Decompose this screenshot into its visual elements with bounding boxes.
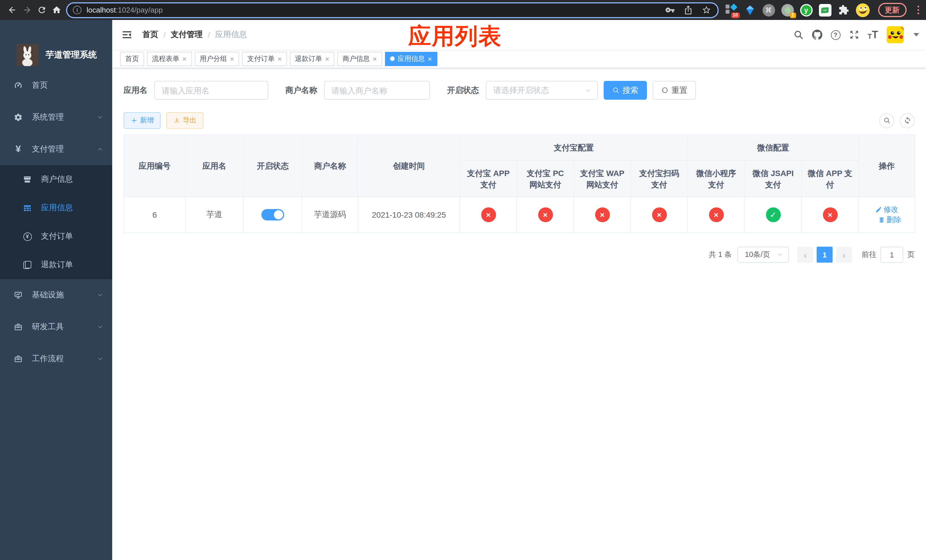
tab-app-info[interactable]: 应用信息 × (385, 51, 437, 66)
navbar: 首页 / 支付管理 / 应用信息 应用列表 ? (112, 20, 926, 50)
gear-icon (11, 113, 25, 122)
col-alipay-qr: 支付宝扫码支付 (631, 160, 688, 197)
cell-merchant-name: 芋道源码 (302, 197, 358, 233)
sidebar-item-label: 应用信息 (41, 203, 73, 213)
tab-label: 商户信息 (342, 54, 370, 64)
extension-camera-icon[interactable]: 1 (781, 3, 794, 17)
sidebar-item-label: 系统管理 (32, 112, 64, 123)
extension-yudao-icon[interactable]: y (799, 3, 813, 17)
sidebar-item-label: 基础设施 (32, 290, 64, 300)
font-size-icon[interactable]: TT (868, 30, 878, 40)
chevron-down-icon (97, 324, 104, 330)
sidebar-collapse-icon[interactable] (121, 29, 133, 41)
tab-pay-order[interactable]: 支付订单 × (242, 51, 287, 66)
merchant-name-input[interactable] (324, 81, 430, 100)
close-icon[interactable]: × (428, 55, 432, 62)
tab-user-group[interactable]: 用户分组 × (195, 51, 239, 66)
cell-alipay-app: × (460, 197, 517, 233)
edit-link-label: 修改 (884, 204, 899, 215)
sidebar-item-refund-order[interactable]: 退款订单 (0, 251, 112, 279)
hide-search-button[interactable] (879, 113, 894, 128)
yen-circle-icon: ¥ (22, 232, 33, 241)
breadcrumb-payment[interactable]: 支付管理 (171, 30, 203, 40)
refresh-button[interactable] (900, 113, 915, 128)
share-icon[interactable] (683, 5, 693, 15)
page-content: 应用名 商户名称 开启状态 请选择开启状态 (112, 68, 926, 560)
sidebar-item-pay-order[interactable]: ¥ 支付订单 (0, 222, 112, 251)
extension-command-icon[interactable]: ⌘ (762, 3, 775, 17)
extension-gem-icon[interactable] (743, 3, 757, 17)
goto-page-input[interactable] (881, 247, 903, 263)
search-form: 应用名 商户名称 开启状态 请选择开启状态 (124, 81, 915, 100)
toolbox-icon (11, 322, 25, 331)
status-cross-icon: × (709, 207, 723, 222)
yen-icon: ¥ (11, 144, 25, 155)
sidebar-item-system[interactable]: 系统管理 (0, 101, 112, 133)
sidebar-item-dev-tools[interactable]: 研发工具 (0, 311, 112, 343)
sidebar-item-payment[interactable]: ¥ 支付管理 (0, 133, 112, 165)
password-key-icon[interactable] (665, 5, 675, 15)
tab-process-form[interactable]: 流程表单 × (147, 51, 192, 66)
tab-refund-order[interactable]: 退款订单 × (290, 51, 334, 66)
browser-menu-icon[interactable] (917, 6, 919, 15)
col-create-time: 创建时间 (358, 135, 460, 197)
close-icon[interactable]: × (325, 55, 330, 62)
prev-page-button[interactable]: ‹ (797, 247, 813, 263)
breadcrumb-home[interactable]: 首页 (142, 30, 158, 40)
fullscreen-icon[interactable] (849, 30, 859, 40)
status-select[interactable]: 请选择开启状态 (486, 81, 598, 100)
extension-chat-icon[interactable] (818, 3, 832, 17)
home-icon[interactable] (49, 3, 64, 17)
chevron-down-icon (97, 292, 104, 298)
bookmark-star-icon[interactable] (701, 5, 711, 15)
sidebar-item-merchant-info[interactable]: 商户信息 (0, 165, 112, 194)
back-icon[interactable] (5, 3, 20, 17)
reset-button[interactable]: 重置 (653, 81, 696, 100)
col-wx-jsapi: 微信 JSAPI 支付 (744, 160, 802, 197)
sidebar-item-label: 支付管理 (32, 144, 64, 154)
extension-monkey-icon[interactable]: 10 (724, 3, 738, 17)
reload-icon[interactable] (34, 3, 49, 17)
edit-link[interactable]: 修改 (875, 204, 899, 215)
avatar-caret-icon[interactable] (914, 33, 919, 36)
close-icon[interactable]: × (373, 55, 377, 62)
app-name-input[interactable] (154, 81, 268, 100)
status-toggle[interactable] (262, 209, 284, 221)
url-bar[interactable]: i localhost:1024/pay/app (66, 2, 719, 18)
sidebar-item-app-info[interactable]: 应用信息 (0, 194, 112, 222)
search-button[interactable]: 搜索 (604, 81, 647, 100)
close-icon[interactable]: × (182, 55, 186, 62)
cell-status (244, 197, 302, 233)
sidebar-item-infra[interactable]: 基础设施 (0, 279, 112, 311)
user-avatar[interactable] (887, 26, 904, 43)
github-icon[interactable] (812, 30, 822, 40)
tab-merchant-info[interactable]: 商户信息 × (337, 51, 382, 66)
extensions-puzzle-icon[interactable] (837, 3, 850, 17)
forward-icon[interactable] (20, 3, 34, 17)
sidebar-item-home[interactable]: 首页 (0, 70, 112, 101)
close-icon[interactable]: × (277, 55, 281, 62)
table-grid-icon (22, 203, 33, 212)
delete-link[interactable]: 删除 (878, 215, 901, 225)
page-size-select[interactable]: 10条/页 (737, 247, 789, 263)
site-info-icon[interactable]: i (73, 6, 82, 14)
add-button-label: 新增 (140, 116, 154, 125)
breadcrumb: 首页 / 支付管理 / 应用信息 (142, 30, 247, 40)
close-icon[interactable]: × (230, 55, 234, 62)
export-button[interactable]: 导出 (166, 112, 203, 129)
add-button[interactable]: 新增 (124, 112, 160, 129)
tab-home[interactable]: 首页 (120, 51, 144, 66)
tab-label: 用户分组 (200, 54, 227, 64)
cell-alipay-wap: × (574, 197, 631, 233)
help-icon[interactable]: ? (831, 30, 840, 39)
browser-update-button[interactable]: 更新 (878, 3, 906, 17)
status-label: 开启状态 (447, 85, 479, 95)
documents-icon (22, 261, 33, 269)
next-page-button[interactable]: › (836, 247, 852, 263)
sidebar-item-workflow[interactable]: 工作流程 (0, 343, 112, 375)
browser-profile-avatar[interactable] (856, 3, 869, 17)
search-icon[interactable] (793, 30, 803, 40)
page-1-button[interactable]: 1 (817, 247, 832, 263)
sidebar-item-label: 支付订单 (41, 231, 73, 242)
page-unit-label: 页 (907, 250, 915, 260)
